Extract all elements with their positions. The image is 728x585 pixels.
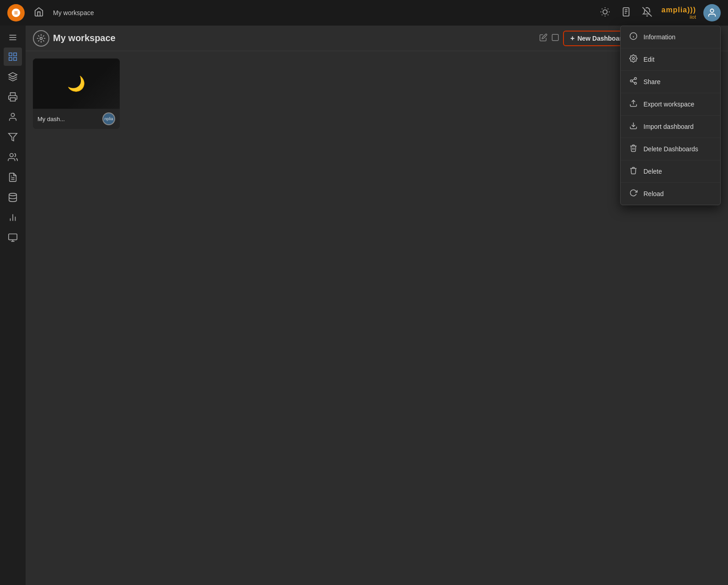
- share-label: Share: [643, 78, 660, 85]
- clipboard-icon[interactable]: [619, 5, 633, 21]
- information-label: Information: [643, 33, 675, 41]
- info-icon: [629, 32, 638, 42]
- main-layout: My workspace + New Dashboard ACTIONS: [0, 26, 728, 585]
- svg-line-13: [643, 7, 652, 16]
- dropdown-item-delete-dashboards[interactable]: Delete Dashboards: [621, 138, 720, 160]
- home-icon[interactable]: [30, 5, 48, 21]
- topbar-workspace-label: My workspace: [53, 9, 593, 16]
- plus-icon: +: [570, 34, 574, 43]
- svg-marker-22: [9, 73, 17, 77]
- brand-name: amplia))): [661, 6, 696, 14]
- svg-point-26: [10, 154, 13, 157]
- svg-point-50: [632, 58, 635, 60]
- brand: amplia))) iiot: [661, 6, 696, 20]
- svg-rect-23: [11, 98, 16, 101]
- edit-menu-icon: [629, 54, 638, 64]
- export-workspace-label: Export workspace: [643, 101, 694, 108]
- svg-line-55: [632, 79, 634, 80]
- dropdown-item-edit[interactable]: Edit: [621, 48, 720, 71]
- svg-point-53: [634, 82, 637, 85]
- edit-label: Edit: [643, 56, 654, 63]
- new-dashboard-label: New Dashboard: [577, 35, 626, 42]
- app-logo[interactable]: [7, 4, 25, 21]
- svg-rect-18: [9, 53, 12, 56]
- user-avatar[interactable]: [703, 4, 721, 21]
- sidebar-item-device[interactable]: [4, 229, 22, 247]
- sidebar: [0, 26, 26, 585]
- dropdown-item-export-workspace[interactable]: Export workspace: [621, 93, 720, 116]
- svg-rect-21: [14, 58, 16, 60]
- square-icon[interactable]: [551, 33, 559, 43]
- share-icon: [629, 77, 638, 87]
- svg-point-24: [11, 113, 14, 117]
- svg-point-29: [9, 193, 17, 196]
- svg-rect-33: [9, 234, 17, 240]
- svg-line-54: [632, 81, 634, 83]
- sidebar-item-user[interactable]: [4, 108, 22, 126]
- sidebar-item-layers[interactable]: [4, 68, 22, 86]
- sidebar-item-team[interactable]: [4, 148, 22, 166]
- dropdown-item-information[interactable]: Information: [621, 26, 720, 48]
- trash-dashboards-icon: [629, 144, 638, 154]
- svg-point-52: [630, 80, 632, 82]
- svg-line-3: [602, 8, 602, 9]
- page-title: My workspace: [53, 33, 536, 43]
- dashboard-card-footer: My dash... nplia: [33, 109, 120, 129]
- sidebar-item-print[interactable]: [4, 88, 22, 106]
- svg-point-0: [603, 10, 607, 14]
- avatar-text: nplia: [104, 117, 113, 121]
- sun-icon[interactable]: [598, 5, 612, 21]
- edit-icon[interactable]: [539, 33, 547, 43]
- delete-dashboards-label: Delete Dashboards: [643, 145, 698, 153]
- reload-label: Reload: [643, 190, 664, 197]
- dashboard-card-thumbnail: 🌙: [33, 58, 120, 109]
- reload-icon: [629, 189, 638, 199]
- sidebar-item-dashboard[interactable]: [4, 48, 22, 66]
- export-icon: [629, 99, 638, 109]
- dropdown-item-delete[interactable]: Delete: [621, 160, 720, 183]
- import-icon: [629, 122, 638, 132]
- svg-line-4: [608, 14, 608, 15]
- dashboard-card[interactable]: 🌙 My dash... nplia: [33, 58, 120, 129]
- sidebar-item-analytics[interactable]: [4, 208, 22, 227]
- svg-line-7: [602, 14, 602, 15]
- dropdown-item-import-dashboard[interactable]: Import dashboard: [621, 116, 720, 138]
- bell-off-icon[interactable]: [640, 5, 654, 21]
- svg-rect-20: [9, 58, 12, 60]
- brand-sub: iiot: [690, 14, 696, 20]
- topbar-right: amplia))) iiot: [598, 4, 721, 21]
- delete-label: Delete: [643, 168, 662, 175]
- sidebar-item-filter[interactable]: [4, 128, 22, 146]
- import-dashboard-label: Import dashboard: [643, 123, 694, 130]
- svg-rect-19: [14, 53, 16, 56]
- svg-point-51: [634, 78, 637, 80]
- svg-point-36: [40, 37, 43, 39]
- svg-line-8: [608, 8, 608, 9]
- workspace-icon: [33, 30, 49, 47]
- dropdown-item-share[interactable]: Share: [621, 71, 720, 93]
- dashboard-card-name: My dash...: [37, 116, 65, 122]
- sidebar-menu-toggle[interactable]: [4, 29, 22, 46]
- svg-rect-37: [552, 34, 558, 41]
- content-area: My workspace + New Dashboard ACTIONS: [26, 26, 728, 585]
- dropdown-menu: Information Edit Share Exp: [620, 26, 721, 205]
- dashboard-card-avatar[interactable]: nplia: [102, 112, 115, 125]
- dropdown-item-reload[interactable]: Reload: [621, 183, 720, 205]
- topbar: My workspace amplia))) iiot: [0, 0, 728, 26]
- sidebar-item-report[interactable]: [4, 168, 22, 186]
- svg-marker-25: [9, 133, 17, 141]
- trash-icon: [629, 166, 638, 176]
- sidebar-item-data[interactable]: [4, 188, 22, 207]
- svg-point-14: [710, 9, 713, 12]
